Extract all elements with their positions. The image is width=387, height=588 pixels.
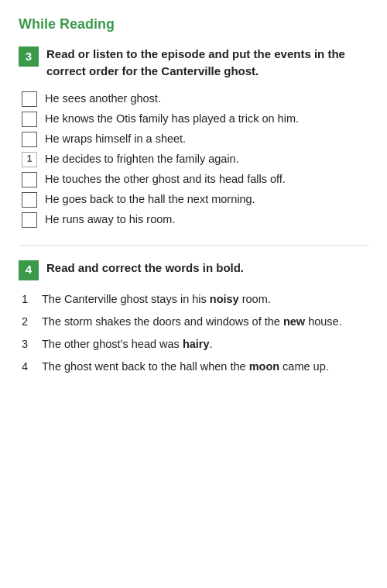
exercise-4-instruction: Read and correct the words in bold. [46, 260, 244, 277]
text-before-4: The ghost went back to the hall when the [42, 360, 249, 373]
exercise-4-badge: 4 [19, 260, 39, 280]
list-item: He wraps himself in a sheet. [22, 131, 368, 147]
checkbox-4[interactable]: 1 [22, 152, 37, 167]
checklist-text-3: He wraps himself in a sheet. [45, 131, 368, 147]
exercise-3-badge: 3 [19, 46, 39, 67]
list-item: He knows the Otis family has played a tr… [22, 111, 368, 127]
bold-word-2: new [283, 315, 305, 328]
exercise-3-block: 3 Read or listen to the episode and put … [19, 46, 368, 228]
checkbox-7[interactable] [22, 212, 37, 228]
bold-word-1: noisy [210, 293, 239, 305]
checklist-text-7: He runs away to his room. [45, 211, 368, 228]
text-before-3: The other ghost’s head was [42, 338, 183, 350]
text-before-2: The storm shakes the doors and windows o… [42, 315, 283, 328]
list-number-2: 2 [22, 314, 34, 330]
exercise-3-header: 3 Read or listen to the episode and put … [19, 46, 368, 80]
text-after-2: house. [305, 315, 342, 328]
list-item: He sees another ghost. [22, 91, 368, 107]
exercise-4-list: 1 The Canterville ghost stays in his noi… [22, 291, 368, 375]
text-after-4: came up. [279, 360, 329, 373]
list-item: 1 He decides to frighten the family agai… [22, 151, 368, 167]
exercise-3-instruction: Read or listen to the episode and put th… [46, 46, 368, 80]
list-number-3: 3 [22, 336, 34, 352]
checkbox-1[interactable] [22, 91, 37, 107]
list-item: 3 The other ghost’s head was hairy. [22, 336, 368, 352]
list-item: 2 The storm shakes the doors and windows… [22, 314, 368, 330]
section-divider [19, 245, 368, 246]
checkbox-6[interactable] [22, 192, 37, 208]
exercise-4-header: 4 Read and correct the words in bold. [19, 260, 368, 280]
list-text-2: The storm shakes the doors and windows o… [42, 314, 368, 330]
list-text-3: The other ghost’s head was hairy. [42, 336, 368, 352]
checkbox-5[interactable] [22, 172, 37, 187]
text-after-1: room. [239, 293, 271, 305]
list-item: He touches the other ghost and its head … [22, 171, 368, 187]
checklist-text-1: He sees another ghost. [45, 91, 368, 107]
list-text-4: The ghost went back to the hall when the… [42, 359, 368, 375]
bold-word-3: hairy [183, 338, 210, 350]
checklist-text-5: He touches the other ghost and its head … [45, 171, 368, 187]
checkbox-3[interactable] [22, 132, 37, 147]
exercise-4-block: 4 Read and correct the words in bold. 1 … [19, 260, 368, 375]
list-item: He runs away to his room. [22, 211, 368, 228]
checklist-text-4: He decides to frighten the family again. [45, 151, 368, 167]
list-item: 1 The Canterville ghost stays in his noi… [22, 291, 368, 308]
text-after-3: . [210, 338, 213, 350]
list-text-1: The Canterville ghost stays in his noisy… [42, 291, 368, 308]
list-number-4: 4 [22, 359, 34, 375]
checklist-text-2: He knows the Otis family has played a tr… [45, 111, 368, 127]
list-number-1: 1 [22, 291, 34, 308]
checkbox-2[interactable] [22, 112, 37, 127]
bold-word-4: moon [249, 360, 279, 373]
exercise-3-checklist: He sees another ghost. He knows the Otis… [22, 91, 368, 228]
section-title: While Reading [19, 14, 368, 35]
checklist-text-6: He goes back to the hall the next mornin… [45, 191, 368, 208]
text-before-1: The Canterville ghost stays in his [42, 293, 210, 305]
list-item: 4 The ghost went back to the hall when t… [22, 359, 368, 375]
list-item: He goes back to the hall the next mornin… [22, 191, 368, 208]
